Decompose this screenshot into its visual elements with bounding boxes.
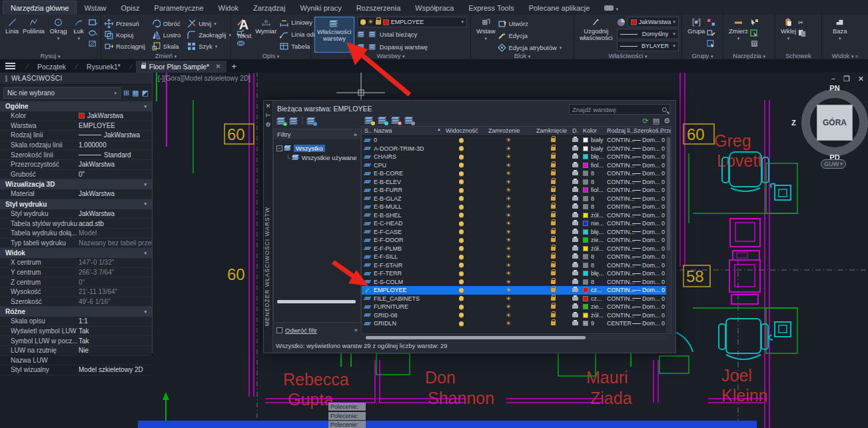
viewport-label[interactable]: [-][Góra][Model szkieletowy 2D] — [158, 75, 250, 82]
refresh-icon[interactable]: ⟳ — [643, 117, 649, 125]
ribbon-tab-6[interactable]: Wyniki pracy — [292, 1, 348, 15]
layer-transparency[interactable]: 0 — [661, 161, 665, 170]
restore-icon[interactable]: ❐ — [843, 75, 850, 83]
auto-hide-pin-icon[interactable]: ⊢ — [266, 112, 271, 119]
layer-row-GRIDLN[interactable]: GRIDLN☀9CENTERDom...0 — [362, 319, 671, 328]
property-row[interactable]: Z centrum0" — [0, 277, 152, 287]
find-layer-search[interactable]: Znajdź warstwę — [569, 104, 670, 115]
column-header-2[interactable]: Widoczność — [446, 127, 478, 134]
layer-row-E-C-HEAD[interactable]: E-C-HEAD☀nie...CONTIN...Dom...0 — [362, 219, 671, 228]
layer-color-swatch[interactable] — [583, 319, 588, 328]
layer-name[interactable]: FILE_CABINETS — [374, 295, 420, 303]
layer-status-icon[interactable] — [364, 153, 370, 161]
layer-visibility-icon[interactable] — [459, 161, 464, 170]
layer-visibility-icon[interactable] — [459, 145, 464, 153]
layer-status-icon[interactable] — [364, 136, 370, 145]
ribbon-tab-0[interactable]: Narzędzia główne — [3, 1, 77, 15]
layer-linetype[interactable]: CONTIN... — [607, 295, 635, 303]
layer-color-swatch[interactable] — [583, 186, 588, 195]
layer-name[interactable]: CPU — [374, 161, 386, 170]
layer-lock-icon[interactable] — [551, 278, 556, 287]
panel-footer-rysuj[interactable]: Rysuj ▾ — [0, 52, 101, 59]
property-row[interactable]: Symbol LUW w pocz...Tak — [0, 336, 152, 346]
layer-linetype[interactable]: CONTIN... — [607, 136, 635, 145]
zmien-array-button[interactable]: Szyk ▾ — [187, 41, 231, 52]
layer-lineweight[interactable]: Dom... — [632, 203, 660, 211]
invert-filter-checkbox[interactable]: Odwróć filtr — [276, 327, 317, 334]
layer-linetype[interactable]: CONTIN... — [607, 211, 635, 220]
measure-button[interactable]: Zmierz▾ — [727, 17, 750, 48]
layer-freeze-icon[interactable]: ☀ — [506, 186, 511, 195]
layer-color-swatch[interactable] — [583, 178, 588, 187]
layer-color-label[interactable]: 8 — [591, 169, 594, 178]
layer-status-icon[interactable] — [364, 278, 370, 287]
column-header-8[interactable]: Szerokoś... — [634, 127, 663, 134]
layer-plot-icon[interactable] — [572, 319, 578, 328]
column-display-icon[interactable]: ▤ — [653, 117, 659, 125]
new-group-filter-icon[interactable] — [290, 117, 298, 125]
zmien-move-button[interactable]: Przesuń — [105, 18, 145, 29]
layer-transparency[interactable]: 0 — [661, 286, 665, 295]
collapse-filters-icon[interactable]: « — [354, 131, 357, 138]
layer-transparency[interactable]: 0 — [661, 136, 665, 145]
layer-color-swatch[interactable] — [583, 253, 588, 261]
layer-lock-icon[interactable] — [551, 286, 556, 295]
column-header-9[interactable]: Prze... — [660, 127, 671, 134]
panel-footer-wlasciwosci[interactable]: Właściwości ▾ — [574, 52, 681, 59]
ribbon-tab-9[interactable]: Express Tools — [461, 1, 521, 15]
property-row[interactable]: Wyświetl symbol LUWTak — [0, 327, 152, 337]
column-header-3[interactable]: Zamrożenie — [488, 127, 520, 134]
layer-lineweight[interactable]: Dom... — [632, 236, 660, 245]
layer-lineweight[interactable]: Dom... — [632, 219, 660, 228]
property-row[interactable]: LUW na rzutnięNie — [0, 346, 152, 356]
ribbon-tab-1[interactable]: Wstaw — [77, 1, 113, 15]
layer-color-label[interactable]: biały — [591, 145, 604, 153]
layer-plot-icon[interactable] — [572, 136, 578, 145]
layer-name[interactable]: E-B-GLAZ — [374, 195, 402, 203]
layer-lock-icon[interactable] — [551, 311, 556, 320]
layer-color-label[interactable]: błę... — [591, 228, 604, 237]
layer-plot-icon[interactable] — [572, 219, 578, 228]
vertical-scrollbar[interactable] — [666, 136, 671, 333]
layer-freeze-icon[interactable]: ☀ — [506, 211, 511, 220]
layer-plot-icon[interactable] — [572, 253, 578, 261]
layer-name[interactable]: E-S-COLM — [374, 278, 403, 287]
layer-lineweight[interactable]: Dom... — [632, 295, 660, 303]
layer-lock-icon[interactable] — [551, 319, 556, 328]
set-current-layer-icon[interactable] — [405, 117, 414, 124]
tree-expander-icon[interactable]: − — [276, 145, 282, 151]
layer-color-label[interactable]: żół... — [591, 311, 604, 320]
layer-lock-icon[interactable] — [551, 253, 556, 261]
layer-lineweight[interactable]: Dom... — [632, 228, 660, 237]
layer-lock-icon[interactable] — [551, 153, 556, 161]
layer-status-icon[interactable] — [364, 245, 370, 253]
layer-properties-button[interactable]: Właściwościwarstwy — [314, 17, 354, 53]
layer-color-swatch[interactable] — [583, 303, 588, 311]
layer-color-swatch[interactable] — [583, 295, 588, 303]
viewcube-top-face[interactable]: GÓRA — [817, 105, 853, 141]
layer-visibility-icon[interactable] — [459, 219, 464, 228]
zmien-scale-button[interactable]: Skala — [152, 41, 181, 52]
layer-transparency[interactable]: 0 — [661, 211, 665, 220]
dimension-button[interactable]: Wymiar — [253, 17, 278, 52]
layer-color-label[interactable]: 9 — [591, 319, 594, 328]
layer-color-swatch[interactable] — [583, 245, 588, 253]
layer-lineweight[interactable]: Dom... — [632, 211, 660, 220]
layer-transparency[interactable]: 0 — [661, 228, 665, 237]
layer-name[interactable]: E-B-MULL — [374, 203, 402, 211]
layer-visibility-icon[interactable] — [459, 153, 464, 161]
layer-freeze-icon[interactable]: ☀ — [506, 136, 511, 145]
property-row[interactable]: Tabela wydruku dołą...Model — [0, 229, 152, 239]
layer-visibility-icon[interactable] — [459, 303, 464, 311]
cut-icon[interactable]: ✂ — [798, 18, 807, 27]
panel-footer-blok[interactable]: Blok ▾ — [471, 52, 574, 59]
layer-status-icon[interactable] — [364, 161, 370, 170]
layer-status-icon[interactable] — [364, 311, 370, 320]
layer-color-swatch[interactable] — [583, 269, 588, 278]
layer-lineweight[interactable]: Dom... — [632, 261, 660, 270]
layer-lineweight[interactable]: Dom... — [632, 278, 660, 287]
property-row[interactable]: Skala opisu1:1 — [0, 317, 152, 327]
property-row[interactable]: Typ tabeli wydrukuNazwany bez tabeli prz… — [0, 239, 152, 249]
layer-freeze-icon[interactable]: ☀ — [506, 145, 511, 153]
layer-status-icon[interactable] — [364, 219, 370, 228]
